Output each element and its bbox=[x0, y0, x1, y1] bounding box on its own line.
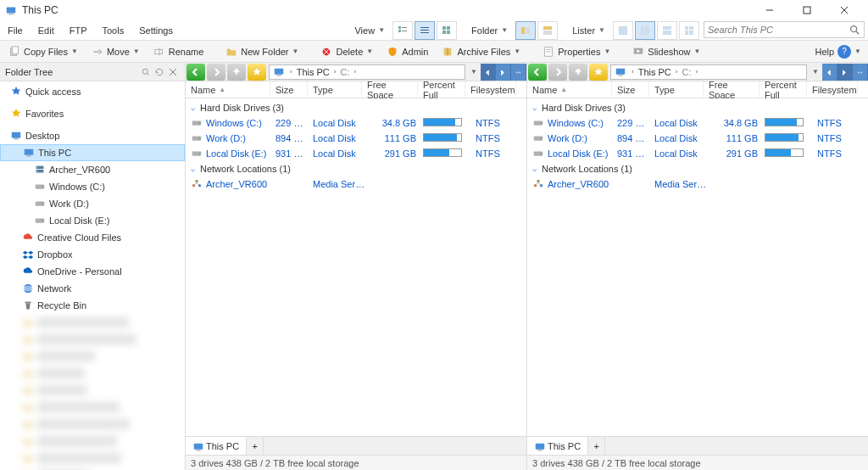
tree-refresh-icon[interactable] bbox=[153, 65, 166, 79]
drive-row[interactable]: Archer_VR600Media Server bbox=[186, 176, 526, 192]
rename-button[interactable]: Rename bbox=[147, 42, 210, 61]
folder-dropdown[interactable]: Folder▼ bbox=[465, 20, 515, 40]
menu-tools[interactable]: Tools bbox=[94, 20, 131, 40]
column-header[interactable]: Type bbox=[649, 81, 704, 98]
tree-item[interactable]: Recycle Bin bbox=[0, 297, 185, 314]
folder-mode-2-button[interactable] bbox=[537, 21, 558, 40]
delete-button[interactable]: Delete▼ bbox=[314, 42, 379, 61]
tree-search-icon[interactable] bbox=[139, 65, 153, 79]
drive-row[interactable]: Windows (C:)229 GBLocal Disk34.8 GBNTFS bbox=[527, 115, 868, 131]
lister-mode-4-button[interactable] bbox=[679, 21, 699, 40]
tree-item-redacted: x bbox=[0, 331, 185, 348]
tree-item[interactable]: Creative Cloud Files bbox=[0, 229, 185, 246]
nav-up-button[interactable] bbox=[569, 64, 587, 81]
properties-button[interactable]: Properties▼ bbox=[537, 42, 616, 61]
column-header[interactable]: Percent Full bbox=[760, 81, 807, 98]
tree-item[interactable]: Dropbox bbox=[0, 246, 185, 263]
column-header[interactable]: Free Space bbox=[362, 81, 418, 98]
minimize-button[interactable] bbox=[751, 0, 788, 20]
lister-mode-2-button[interactable] bbox=[635, 21, 655, 40]
drive-row[interactable]: Work (D:)894 GBLocal Disk111 GBNTFS bbox=[186, 131, 526, 146]
nav-favorite-button[interactable] bbox=[589, 64, 608, 81]
nav-forward-button[interactable] bbox=[548, 64, 567, 81]
tree-item[interactable]: Local Disk (E:) bbox=[0, 212, 185, 229]
status-bar: 3 drives 438 GB / 2 TB free local storag… bbox=[186, 455, 526, 470]
add-tab-button[interactable]: + bbox=[247, 437, 264, 455]
add-tab-button[interactable]: + bbox=[588, 437, 605, 455]
column-header[interactable]: Percent Full bbox=[418, 81, 465, 98]
tree-item[interactable]: This PC bbox=[0, 144, 185, 161]
view-mode-3-button[interactable] bbox=[437, 21, 457, 40]
lister-mode-1-button[interactable] bbox=[613, 21, 633, 40]
lister-dropdown[interactable]: Lister▼ bbox=[565, 20, 612, 40]
maximize-button[interactable] bbox=[788, 0, 826, 20]
tab-this-pc[interactable]: This PC bbox=[527, 437, 588, 455]
tree-item[interactable]: Work (D:) bbox=[0, 195, 185, 212]
nav-favorite-button[interactable] bbox=[248, 64, 266, 81]
view-mode-2-button[interactable] bbox=[415, 21, 435, 40]
menu-edit[interactable]: Edit bbox=[31, 20, 62, 40]
group-header[interactable]: ⌵Hard Disk Drives (3) bbox=[186, 100, 526, 115]
file-list-left[interactable]: ⌵Hard Disk Drives (3)Windows (C:)229 GBL… bbox=[186, 98, 526, 436]
menu-settings[interactable]: Settings bbox=[131, 20, 181, 40]
copy-files-button[interactable]: Copy Files▼ bbox=[3, 42, 84, 61]
group-header[interactable]: ⌵Network Locations (1) bbox=[527, 161, 868, 176]
move-button[interactable]: Move▼ bbox=[86, 42, 146, 61]
column-header[interactable]: Free Space bbox=[704, 81, 760, 98]
swap-equal-button[interactable]: ⏵ bbox=[837, 64, 853, 81]
menu-file[interactable]: File bbox=[0, 20, 31, 40]
folder-tree-panel: Folder Tree Quick accessFavoritesDesktop… bbox=[0, 63, 186, 470]
menu-ftp[interactable]: FTP bbox=[62, 20, 95, 40]
column-header[interactable]: Size bbox=[270, 81, 308, 98]
swap-right-button[interactable]: ↔ bbox=[511, 64, 526, 81]
view-mode-1-button[interactable] bbox=[392, 21, 413, 40]
swap-equal-button[interactable]: ⏵ bbox=[496, 64, 511, 81]
tree-item[interactable]: Favorites bbox=[0, 105, 185, 122]
slideshow-button[interactable]: Slideshow▼ bbox=[626, 42, 706, 61]
tree-item[interactable]: Windows (C:) bbox=[0, 178, 185, 195]
archive-files-button[interactable]: Archive Files▼ bbox=[436, 42, 526, 61]
tree-item[interactable]: OneDrive - Personal bbox=[0, 263, 185, 280]
nav-back-button[interactable] bbox=[186, 64, 205, 81]
help-button[interactable]: Help?▼ bbox=[810, 42, 866, 61]
folder-tree-body[interactable]: Quick accessFavoritesDesktopThis PCArche… bbox=[0, 81, 185, 470]
swap-left-button[interactable]: ⏴ bbox=[822, 64, 837, 81]
column-header[interactable]: Name▲ bbox=[527, 81, 612, 98]
column-header[interactable]: Type bbox=[308, 81, 362, 98]
tree-item[interactable]: Archer_VR600 bbox=[0, 161, 185, 178]
nav-up-button[interactable] bbox=[227, 64, 246, 81]
drive-icon bbox=[34, 215, 46, 227]
new-folder-button[interactable]: New Folder▼ bbox=[220, 42, 304, 61]
drive-row[interactable]: Local Disk (E:)931 GBLocal Disk291 GBNTF… bbox=[527, 146, 868, 161]
svg-rect-20 bbox=[543, 31, 552, 35]
search-box[interactable] bbox=[704, 21, 865, 38]
breadcrumb-path[interactable]: ›This PC›C:› bbox=[269, 64, 465, 80]
search-input[interactable] bbox=[708, 25, 849, 35]
nav-back-button[interactable] bbox=[528, 64, 547, 81]
column-header[interactable]: Filesystem bbox=[807, 81, 858, 98]
drive-row[interactable]: Archer_VR600Media Server bbox=[527, 176, 868, 192]
tab-this-pc[interactable]: This PC bbox=[186, 437, 247, 455]
swap-right-button[interactable]: ↔ bbox=[853, 64, 868, 81]
tree-item[interactable]: Desktop bbox=[0, 127, 185, 144]
group-header[interactable]: ⌵Hard Disk Drives (3) bbox=[527, 100, 868, 115]
tree-close-icon[interactable] bbox=[166, 65, 180, 79]
folder-mode-1-button[interactable] bbox=[515, 21, 536, 40]
close-button[interactable] bbox=[826, 0, 863, 20]
drive-row[interactable]: Windows (C:)229 GBLocal Disk34.8 GBNTFS bbox=[186, 115, 526, 131]
view-dropdown[interactable]: View▼ bbox=[348, 20, 392, 40]
column-header[interactable]: Filesystem bbox=[465, 81, 516, 98]
drive-row[interactable]: Local Disk (E:)931 GBLocal Disk291 GBNTF… bbox=[186, 146, 526, 161]
tree-item[interactable]: Network bbox=[0, 280, 185, 297]
breadcrumb-path[interactable]: ›This PC›C:› bbox=[610, 64, 807, 80]
lister-mode-3-button[interactable] bbox=[657, 21, 677, 40]
admin-button[interactable]: Admin bbox=[381, 42, 434, 61]
tree-item[interactable]: Quick access bbox=[0, 83, 185, 100]
group-header[interactable]: ⌵Network Locations (1) bbox=[186, 161, 526, 176]
nav-forward-button[interactable] bbox=[207, 64, 225, 81]
column-header[interactable]: Name▲ bbox=[186, 81, 270, 98]
column-header[interactable]: Size bbox=[612, 81, 649, 98]
swap-left-button[interactable]: ⏴ bbox=[481, 64, 496, 81]
drive-row[interactable]: Work (D:)894 GBLocal Disk111 GBNTFS bbox=[527, 131, 868, 146]
file-list-right[interactable]: ⌵Hard Disk Drives (3)Windows (C:)229 GBL… bbox=[527, 98, 868, 436]
